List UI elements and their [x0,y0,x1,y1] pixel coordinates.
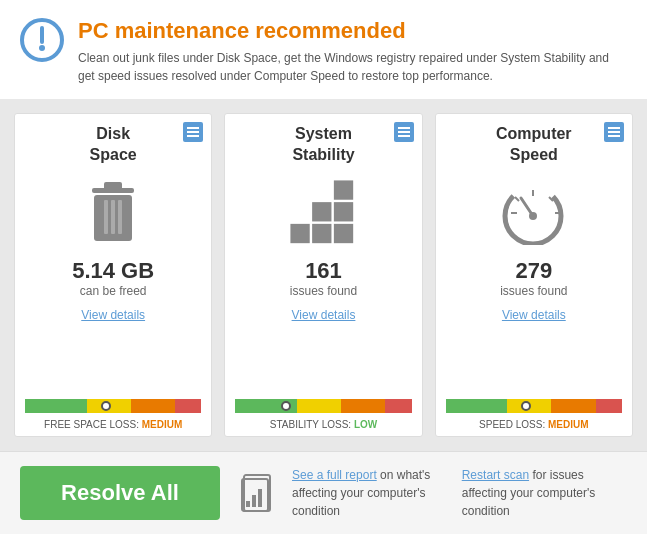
svg-rect-17 [334,202,353,221]
svg-rect-19 [313,223,332,242]
system-stability-view-details[interactable]: View details [292,308,356,322]
system-stability-progress-label: STABILITY LOSS: LOW [235,417,411,436]
system-stability-progress: STABILITY LOSS: LOW [235,399,411,436]
main-container: PC maintenance recommended Clean out jun… [0,0,647,534]
computer-speed-progress-label: SPEED LOSS: MEDIUM [446,417,622,436]
svg-rect-9 [104,200,108,234]
svg-rect-5 [187,135,199,137]
svg-rect-21 [608,127,620,129]
computer-speed-menu-icon[interactable] [604,122,624,142]
computer-speed-card: ComputerSpeed 279 issues [435,113,633,437]
svg-line-28 [515,197,519,201]
svg-rect-20 [334,223,353,242]
svg-rect-11 [118,200,122,234]
disk-space-sublabel: can be freed [80,284,147,298]
svg-rect-7 [104,182,122,190]
disk-space-menu-icon[interactable] [183,122,203,142]
system-stability-value: 161 [305,258,342,284]
system-stability-sublabel: issues found [290,284,357,298]
system-stability-card: SystemStability 161 issues found View de… [224,113,422,437]
computer-speed-view-details[interactable]: View details [502,308,566,322]
svg-rect-36 [258,489,262,507]
svg-rect-4 [187,131,199,133]
header: PC maintenance recommended Clean out jun… [0,0,647,99]
computer-speed-severity: MEDIUM [548,419,589,430]
disk-space-card: DiskSpace 5.14 GB can be freed View deta… [14,113,212,437]
svg-rect-15 [334,180,353,199]
disk-space-title: DiskSpace [90,124,137,166]
computer-speed-title: ComputerSpeed [496,124,572,166]
computer-speed-sublabel: issues found [500,284,567,298]
svg-rect-3 [187,127,199,129]
restart-text: Restart scan for issues affecting your c… [462,466,627,520]
system-stability-title: SystemStability [292,124,354,166]
report-icon [240,473,280,513]
disk-space-progress-label: FREE SPACE LOSS: MEDIUM [25,417,201,436]
svg-point-31 [529,212,537,220]
restart-scan-link[interactable]: Restart scan [462,468,529,482]
resolve-all-button[interactable]: Resolve All [20,466,220,520]
computer-speed-progress: SPEED LOSS: MEDIUM [446,399,622,436]
computer-speed-value: 279 [515,258,552,284]
svg-rect-18 [291,223,310,242]
disk-space-progress-track [25,399,201,413]
svg-rect-22 [608,131,620,133]
svg-rect-13 [398,131,410,133]
disk-space-value: 5.14 GB [72,258,154,284]
bottom-section: Resolve All See a full report on what's … [0,451,647,534]
see-full-report-link[interactable]: See a full report [292,468,377,482]
svg-rect-12 [398,127,410,129]
page-title: PC maintenance recommended [78,18,627,44]
svg-point-2 [39,45,45,51]
svg-rect-10 [111,200,115,234]
svg-rect-14 [398,135,410,137]
disk-space-icon [78,178,148,248]
disk-space-progress: FREE SPACE LOSS: MEDIUM [25,399,201,436]
system-stability-progress-track [235,399,411,413]
svg-rect-16 [313,202,332,221]
computer-speed-progress-track [446,399,622,413]
disk-space-severity: MEDIUM [142,419,183,430]
header-text: PC maintenance recommended Clean out jun… [78,18,627,85]
header-description: Clean out junk files under Disk Space, g… [78,49,627,85]
svg-rect-23 [608,135,620,137]
maintenance-icon [20,18,64,62]
system-stability-icon [288,178,358,248]
disk-space-view-details[interactable]: View details [81,308,145,322]
cards-section: DiskSpace 5.14 GB can be freed View deta… [0,99,647,451]
svg-rect-35 [252,495,256,507]
svg-rect-34 [246,501,250,507]
computer-speed-icon [499,178,569,248]
system-stability-menu-icon[interactable] [394,122,414,142]
report-text: See a full report on what's affecting yo… [292,466,442,520]
system-stability-severity: LOW [354,419,377,430]
bottom-report: See a full report on what's affecting yo… [240,466,442,520]
